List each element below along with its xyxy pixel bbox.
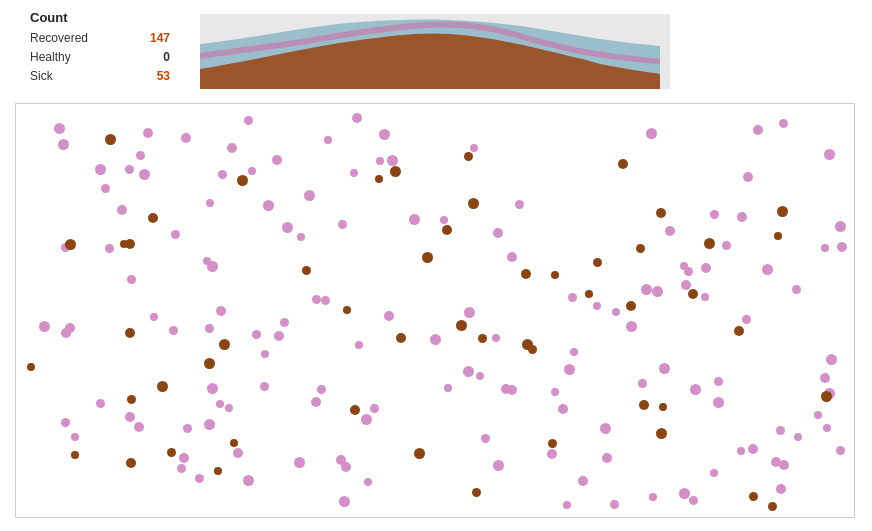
recovered-dot: [570, 348, 578, 356]
recovered-dot: [722, 241, 731, 250]
recovered-dot: [248, 167, 256, 175]
sick-dot: [396, 333, 406, 343]
sick-dot: [105, 134, 116, 145]
recovered-dot: [317, 385, 326, 394]
recovered-dot: [826, 354, 837, 365]
recovered-dot: [361, 414, 372, 425]
recovered-dot: [701, 293, 709, 301]
recovered-dot: [593, 302, 601, 310]
recovered-dot: [507, 385, 517, 395]
recovered-dot: [564, 364, 575, 375]
recovered-dot: [338, 220, 347, 229]
recovered-dot: [312, 295, 321, 304]
recovered-dot: [218, 170, 227, 179]
recovered-dot: [179, 453, 189, 463]
recovered-dot: [823, 424, 831, 432]
recovered-dot: [321, 296, 330, 305]
sick-dot: [618, 159, 628, 169]
legend-row: Healthy0: [30, 48, 170, 67]
recovered-dot: [243, 475, 254, 486]
recovered-dot: [364, 478, 372, 486]
sick-dot: [148, 213, 158, 223]
sick-dot: [422, 252, 433, 263]
recovered-dot: [493, 228, 503, 238]
recovered-dot: [260, 382, 269, 391]
recovered-dot: [713, 397, 724, 408]
recovered-dot: [244, 116, 253, 125]
sick-dot: [593, 258, 602, 267]
sick-dot: [478, 334, 487, 343]
sick-dot: [626, 301, 636, 311]
recovered-dot: [649, 493, 657, 501]
sick-dot: [237, 175, 248, 186]
sick-dot: [821, 391, 832, 402]
recovered-dot: [568, 293, 577, 302]
recovered-dot: [39, 321, 50, 332]
recovered-dot: [143, 128, 153, 138]
recovered-dot: [205, 324, 214, 333]
sick-dot: [659, 403, 667, 411]
sick-dot: [219, 339, 230, 350]
sick-dot: [71, 451, 79, 459]
recovered-dot: [272, 155, 282, 165]
recovered-dot: [384, 311, 394, 321]
recovered-dot: [641, 284, 652, 295]
recovered-dot: [339, 496, 350, 507]
recovered-dot: [71, 433, 79, 441]
recovered-dot: [125, 165, 134, 174]
sick-dot: [65, 239, 76, 250]
recovered-dot: [737, 447, 745, 455]
sick-dot: [472, 488, 481, 497]
recovered-dot: [96, 399, 105, 408]
recovered-dot: [652, 286, 663, 297]
sick-dot: [350, 405, 360, 415]
legend-rows: Recovered147Healthy0Sick53: [30, 29, 170, 87]
recovered-dot: [836, 446, 845, 455]
sick-dot: [126, 458, 136, 468]
recovered-dot: [470, 144, 478, 152]
sick-dot: [585, 290, 593, 298]
recovered-dot: [665, 226, 675, 236]
recovered-dot: [61, 418, 70, 427]
recovered-dot: [282, 222, 293, 233]
recovered-dot: [125, 412, 135, 422]
recovered-dot: [753, 125, 763, 135]
legend-row: Sick53: [30, 67, 170, 86]
recovered-dot: [600, 423, 611, 434]
recovered-dot: [743, 172, 753, 182]
recovered-dot: [101, 184, 110, 193]
recovered-dot: [127, 275, 136, 284]
recovered-dot: [821, 244, 829, 252]
recovered-dot: [762, 264, 773, 275]
sick-dot: [125, 328, 135, 338]
sick-dot: [734, 326, 744, 336]
sick-dot: [390, 166, 401, 177]
recovered-dot: [297, 233, 305, 241]
sick-dot: [27, 363, 35, 371]
recovered-dot: [464, 307, 475, 318]
recovered-dot: [835, 221, 846, 232]
recovered-dot: [169, 326, 178, 335]
sick-dot: [127, 395, 136, 404]
sick-dot: [636, 244, 645, 253]
recovered-dot: [150, 313, 158, 321]
recovered-dot: [95, 164, 106, 175]
sick-dot: [777, 206, 788, 217]
sick-dot: [167, 448, 176, 457]
recovered-dot: [771, 457, 781, 467]
area-chart: [200, 14, 670, 89]
recovered-dot: [227, 143, 237, 153]
recovered-dot: [714, 377, 723, 386]
recovered-dot: [558, 404, 568, 414]
recovered-dot: [679, 488, 690, 499]
recovered-dot: [252, 330, 261, 339]
recovered-dot: [610, 500, 619, 509]
chart-container: [200, 10, 852, 93]
sick-dot: [551, 271, 559, 279]
recovered-dot: [779, 119, 788, 128]
recovered-dot: [814, 411, 822, 419]
recovered-dot: [776, 484, 786, 494]
recovered-dot: [216, 306, 226, 316]
legend-row: Recovered147: [30, 29, 170, 48]
recovered-dot: [136, 151, 145, 160]
